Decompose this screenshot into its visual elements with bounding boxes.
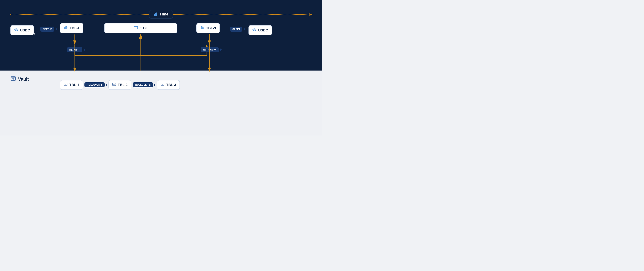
- svg-rect-16: [202, 27, 202, 29]
- svg-rect-17: [203, 27, 204, 29]
- withdraw-badge: WITHDRAW: [201, 47, 219, 52]
- settle-label: SETTLE: [43, 28, 52, 30]
- chart-icon: [154, 12, 158, 17]
- investor-section: Time Investor: [0, 0, 322, 70]
- usdc-left-icon: [14, 28, 18, 33]
- tbl2-vault-icon: [112, 82, 116, 88]
- rollover2-badge: ROLLOVER 2: [133, 82, 153, 88]
- rollover2-label: ROLLOVER 2: [135, 84, 150, 86]
- svg-rect-13: [134, 26, 138, 29]
- svg-point-23: [13, 78, 14, 79]
- tbl3-inv-icon: [200, 26, 204, 31]
- tbl1-inv-label: TBL-1: [70, 26, 80, 30]
- usdc-right-node: USDC: [248, 25, 272, 35]
- rollover1-badge: ROLLOVER 1: [84, 82, 104, 88]
- deposit-label: DEPOSIT: [69, 48, 80, 51]
- tbl3-vault-node: TBL-3: [157, 80, 180, 90]
- rtbl-icon: [134, 26, 138, 31]
- tbl1-investor-node: TBL-1: [60, 23, 84, 33]
- tbl1-vault-node: TBL-1: [60, 80, 83, 90]
- tbl2-vault-node: TBL-2: [108, 80, 132, 90]
- time-line-left: [10, 14, 149, 14]
- tbl3-vault-icon: [161, 82, 164, 88]
- vault-section: Vault TBL-1 ROLLOVER 1: [0, 70, 322, 136]
- vault-label-group: Vault: [10, 76, 29, 82]
- rtbl-node: rTBL: [104, 23, 177, 33]
- claim-badge: CLAIM: [230, 26, 242, 32]
- claim-label: CLAIM: [232, 28, 240, 30]
- time-label: Time: [160, 12, 168, 16]
- tbl1-inv-icon: [64, 26, 68, 31]
- svg-rect-9: [64, 27, 65, 29]
- svg-rect-0: [154, 14, 155, 16]
- time-line-right: [173, 14, 312, 14]
- settle-badge: SETTLE: [40, 26, 54, 32]
- deposit-badge: DEPOSIT: [67, 47, 82, 52]
- time-axis: Time: [0, 10, 322, 18]
- svg-rect-2: [156, 12, 157, 16]
- svg-rect-11: [66, 27, 67, 29]
- time-badge: Time: [149, 10, 173, 18]
- tbl3-investor-node: TBL-3: [196, 23, 220, 33]
- svg-point-31: [114, 84, 114, 84]
- withdraw-label: WITHDRAW: [203, 48, 216, 51]
- svg-rect-10: [66, 27, 66, 29]
- svg-point-28: [66, 84, 66, 84]
- tbl1-vault-label: TBL-1: [69, 83, 79, 87]
- svg-rect-15: [201, 27, 202, 29]
- rollover1-label: ROLLOVER 1: [87, 84, 102, 86]
- usdc-right-label: USDC: [258, 28, 268, 32]
- tbl3-inv-label: TBL-3: [206, 26, 216, 30]
- tbl3-vault-label: TBL-3: [166, 83, 176, 87]
- usdc-right-icon: [252, 28, 256, 33]
- usdc-left-label: USDC: [20, 28, 30, 32]
- vault-text: Vault: [18, 76, 29, 82]
- tbl1-vault-icon: [64, 82, 68, 88]
- diagram-container: Time Investor: [0, 0, 322, 136]
- svg-rect-1: [155, 14, 156, 16]
- usdc-left-node: USDC: [10, 25, 34, 35]
- rtbl-label: rTBL: [140, 26, 148, 30]
- vault-icon: [10, 76, 16, 82]
- tbl2-vault-label: TBL-2: [118, 83, 128, 87]
- svg-point-34: [162, 84, 163, 84]
